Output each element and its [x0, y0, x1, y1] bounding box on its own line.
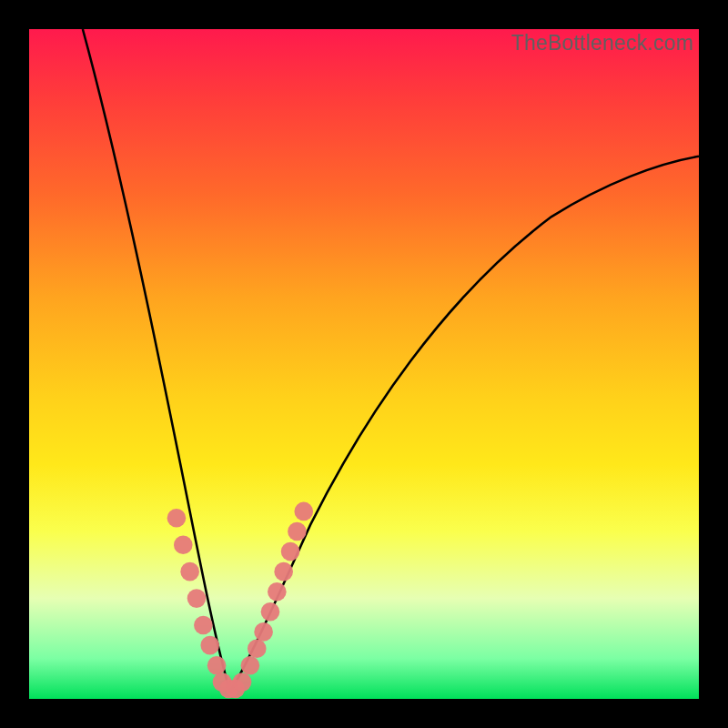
curve-left	[83, 29, 230, 693]
svg-point-6	[207, 656, 227, 675]
svg-point-4	[194, 616, 213, 635]
svg-point-14	[261, 602, 280, 622]
svg-point-19	[294, 502, 313, 521]
svg-point-3	[187, 589, 207, 608]
svg-point-11	[241, 656, 260, 675]
svg-point-13	[254, 622, 273, 642]
svg-point-16	[274, 562, 293, 581]
svg-point-1	[174, 535, 193, 554]
chart-frame: TheBottleneck.com	[0, 0, 728, 728]
svg-point-10	[233, 672, 252, 692]
svg-point-17	[281, 542, 300, 561]
curve-right	[230, 157, 699, 693]
curve-svg	[29, 29, 699, 699]
svg-point-18	[288, 522, 307, 541]
svg-point-5	[200, 636, 219, 655]
svg-point-12	[248, 639, 267, 658]
svg-point-2	[180, 562, 199, 581]
plot-area: TheBottleneck.com	[29, 29, 699, 699]
beads-group	[167, 502, 313, 699]
svg-point-0	[167, 509, 187, 528]
svg-point-15	[268, 582, 287, 602]
